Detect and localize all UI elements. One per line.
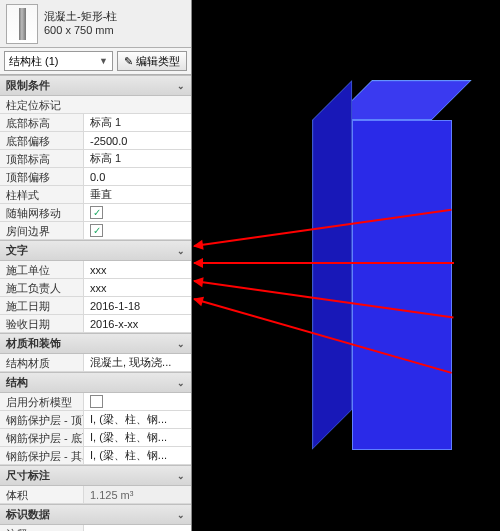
section-title: 标识数据 xyxy=(6,507,50,522)
property-label: 顶部标高 xyxy=(0,150,84,167)
property-value[interactable]: 2016-x-xx xyxy=(84,315,191,332)
property-label: 验收日期 xyxy=(0,315,84,332)
property-value[interactable]: ✓ xyxy=(84,204,191,221)
properties-panel: 混凝土-矩形-柱 600 x 750 mm 结构柱 (1) ▼ ✎ 编辑类型 限… xyxy=(0,0,192,531)
property-label: 底部偏移 xyxy=(0,132,84,149)
property-row: 钢筋保护层 - 底面I, (梁、柱、钢... xyxy=(0,429,191,447)
property-label: 柱样式 xyxy=(0,186,84,203)
edit-icon: ✎ xyxy=(124,55,133,68)
property-value[interactable]: I, (梁、柱、钢... xyxy=(84,429,191,446)
property-value[interactable]: I, (梁、柱、钢... xyxy=(84,411,191,428)
property-row: 结构材质混凝土, 现场浇... xyxy=(0,354,191,372)
property-label: 钢筋保护层 - 顶面 xyxy=(0,411,84,428)
property-row: 柱定位标记 xyxy=(0,96,191,114)
property-value: 1.125 m³ xyxy=(84,486,191,503)
property-label: 启用分析模型 xyxy=(0,393,84,410)
property-label: 钢筋保护层 - 底面 xyxy=(0,429,84,446)
section-header[interactable]: 限制条件⌄ xyxy=(0,75,191,96)
property-value[interactable]: I, (梁、柱、钢... xyxy=(84,447,191,464)
property-row: 顶部偏移0.0 xyxy=(0,168,191,186)
checkbox[interactable] xyxy=(90,395,103,408)
section-header[interactable]: 尺寸标注⌄ xyxy=(0,465,191,486)
property-row: 房间边界✓ xyxy=(0,222,191,240)
property-value[interactable]: 垂直 xyxy=(84,186,191,203)
property-label: 施工单位 xyxy=(0,261,84,278)
section-title: 材质和装饰 xyxy=(6,336,61,351)
property-label: 结构材质 xyxy=(0,354,84,371)
element-selector[interactable]: 结构柱 (1) ▼ xyxy=(4,51,113,71)
chevron-down-icon: ⌄ xyxy=(177,510,185,520)
annotation-arrow xyxy=(194,262,454,264)
section-header[interactable]: 结构⌄ xyxy=(0,372,191,393)
property-value[interactable]: 0.0 xyxy=(84,168,191,185)
section-title: 限制条件 xyxy=(6,78,50,93)
property-label: 体积 xyxy=(0,486,84,503)
chevron-down-icon: ⌄ xyxy=(177,471,185,481)
type-dimensions: 600 x 750 mm xyxy=(44,24,117,38)
checkbox[interactable]: ✓ xyxy=(90,224,103,237)
property-row: 体积1.125 m³ xyxy=(0,486,191,504)
edit-type-label: 编辑类型 xyxy=(136,54,180,69)
property-row: 底部偏移-2500.0 xyxy=(0,132,191,150)
property-value[interactable]: 混凝土, 现场浇... xyxy=(84,354,191,371)
property-row: 施工日期2016-1-18 xyxy=(0,297,191,315)
column-3d xyxy=(332,120,452,470)
property-label: 施工日期 xyxy=(0,297,84,314)
type-thumbnail xyxy=(6,4,38,44)
property-label: 顶部偏移 xyxy=(0,168,84,185)
property-row: 施工负责人xxx xyxy=(0,279,191,297)
section-header[interactable]: 材质和装饰⌄ xyxy=(0,333,191,354)
properties-grid: 限制条件⌄柱定位标记底部标高标高 1底部偏移-2500.0顶部标高标高 1顶部偏… xyxy=(0,75,191,531)
section-header[interactable]: 标识数据⌄ xyxy=(0,504,191,525)
property-row: 注释 xyxy=(0,525,191,531)
property-row: 柱样式垂直 xyxy=(0,186,191,204)
section-title: 文字 xyxy=(6,243,28,258)
property-row: 启用分析模型 xyxy=(0,393,191,411)
property-value[interactable]: -2500.0 xyxy=(84,132,191,149)
section-title: 结构 xyxy=(6,375,28,390)
property-value[interactable]: 2016-1-18 xyxy=(84,297,191,314)
property-value[interactable] xyxy=(84,393,191,410)
chevron-down-icon: ⌄ xyxy=(177,339,185,349)
selector-label: 结构柱 (1) xyxy=(9,54,59,69)
property-value[interactable]: ✓ xyxy=(84,222,191,239)
chevron-down-icon: ⌄ xyxy=(177,81,185,91)
property-row: 钢筋保护层 - 顶面I, (梁、柱、钢... xyxy=(0,411,191,429)
type-header: 混凝土-矩形-柱 600 x 750 mm xyxy=(0,0,191,48)
property-row: 随轴网移动✓ xyxy=(0,204,191,222)
chevron-down-icon: ⌄ xyxy=(177,246,185,256)
property-label: 注释 xyxy=(0,525,84,531)
chevron-down-icon: ⌄ xyxy=(177,378,185,388)
property-value[interactable]: xxx xyxy=(84,261,191,278)
section-header[interactable]: 文字⌄ xyxy=(0,240,191,261)
section-title: 尺寸标注 xyxy=(6,468,50,483)
type-name: 混凝土-矩形-柱 xyxy=(44,10,117,24)
property-row: 验收日期2016-x-xx xyxy=(0,315,191,333)
property-row: 钢筋保护层 - 其...I, (梁、柱、钢... xyxy=(0,447,191,465)
checkbox[interactable]: ✓ xyxy=(90,206,103,219)
property-value[interactable]: 标高 1 xyxy=(84,114,191,131)
property-label: 底部标高 xyxy=(0,114,84,131)
edit-type-button[interactable]: ✎ 编辑类型 xyxy=(117,51,187,71)
property-row: 施工单位xxx xyxy=(0,261,191,279)
property-value[interactable] xyxy=(84,525,191,531)
property-label: 施工负责人 xyxy=(0,279,84,296)
property-row: 顶部标高标高 1 xyxy=(0,150,191,168)
property-value[interactable]: 标高 1 xyxy=(84,150,191,167)
property-label: 钢筋保护层 - 其... xyxy=(0,447,84,464)
selector-row: 结构柱 (1) ▼ ✎ 编辑类型 xyxy=(0,48,191,75)
property-row: 底部标高标高 1 xyxy=(0,114,191,132)
chevron-down-icon: ▼ xyxy=(99,56,108,66)
property-value[interactable]: xxx xyxy=(84,279,191,296)
property-label: 柱定位标记 xyxy=(0,96,191,113)
property-label: 房间边界 xyxy=(0,222,84,239)
column-icon xyxy=(19,8,26,40)
property-label: 随轴网移动 xyxy=(0,204,84,221)
viewport-3d[interactable] xyxy=(192,0,500,531)
